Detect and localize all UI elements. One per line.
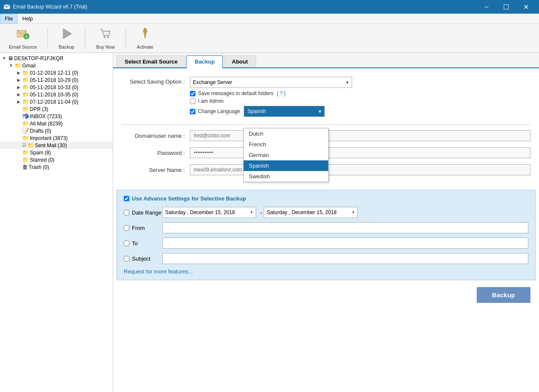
toggle-10: [15, 143, 22, 148]
buy-now-button[interactable]: Buy Now: [90, 25, 120, 52]
subject-checkbox[interactable]: [124, 256, 129, 261]
menu-help[interactable]: Help: [17, 14, 38, 23]
toggle-8: [15, 128, 22, 133]
language-select-wrapper: Dutch French German Spanish Swedish: [244, 106, 325, 117]
toolbar-sep-1: [47, 28, 48, 49]
language-row: Change Language Dutch French German Span…: [190, 106, 530, 117]
tree-folder-5[interactable]: 📁 DPR (3): [0, 105, 113, 113]
email-source-button[interactable]: + Email Source: [3, 25, 42, 52]
tab-backup[interactable]: Backup: [186, 55, 223, 68]
divider-1: [122, 125, 530, 125]
tree-folder-0[interactable]: ▶ 📁 01-12-2018 12-11 (0): [0, 69, 113, 76]
close-button[interactable]: ✕: [516, 0, 536, 14]
change-language-checkbox[interactable]: [190, 109, 195, 114]
toggle-11: [15, 150, 22, 155]
lang-option-dutch[interactable]: Dutch: [244, 128, 328, 139]
lang-option-spanish[interactable]: Spanish: [244, 160, 328, 171]
tree-toggle-root: ▼: [1, 56, 8, 61]
date-range-row: Date Range Saturday , December 15, 2018 …: [124, 207, 528, 218]
email-source-icon: +: [16, 27, 30, 44]
language-select[interactable]: Dutch French German Spanish Swedish: [244, 106, 325, 117]
minimize-button[interactable]: –: [477, 0, 496, 14]
request-link-row: Request for more features...: [124, 268, 528, 275]
folder-label-6: INBOX (7233): [30, 113, 62, 119]
tree-toggle-gmail: ▼: [8, 63, 15, 68]
tree-folder-1[interactable]: ▶ 📁 05-11-2018 10-29 (0): [0, 76, 113, 84]
trash-icon: 🗑: [22, 164, 28, 170]
saving-select-wrapper: Exchange Server Gmail Office 365 Outlook…: [190, 77, 352, 88]
tree-gmail[interactable]: ▼ 📁 Gmail: [0, 62, 113, 69]
maximize-button[interactable]: ☐: [496, 0, 516, 14]
from-checkbox[interactable]: [124, 225, 129, 231]
date-range-checkbox[interactable]: [124, 210, 129, 215]
tree-folder-13[interactable]: 🗑 Trash (0): [0, 163, 113, 171]
folder-icon-0: 📁: [22, 70, 29, 76]
tree-folder-6[interactable]: 📬 INBOX (7233): [0, 113, 113, 120]
svg-point-6: [107, 36, 109, 38]
tree-folder-3[interactable]: ▶ 📁 05-11-2018 10-35 (0): [0, 91, 113, 98]
folder-icon-9: 📁: [22, 135, 29, 141]
tree-folder-7[interactable]: 📁 All Mail (8239): [0, 120, 113, 127]
backup-toolbar-button[interactable]: Backup: [53, 25, 80, 52]
admin-checkbox[interactable]: [190, 99, 195, 104]
tab-select-email-source[interactable]: Select Email Source: [117, 55, 186, 67]
from-input[interactable]: [162, 222, 528, 233]
inbox-icon: 📬: [22, 113, 29, 119]
tree-folder-8[interactable]: 📝 Drafts (0): [0, 127, 113, 134]
password-input[interactable]: [190, 147, 530, 158]
tree-folder-4[interactable]: ▶ 📁 07-12-2018 11-04 (0): [0, 98, 113, 105]
tree-folder-9[interactable]: 📁 Important (3873): [0, 134, 113, 142]
tree-folder-12[interactable]: 📁 Starred (0): [0, 156, 113, 163]
tree-folder-10[interactable]: ☑ 📁 Sent Mail (30): [0, 142, 113, 149]
help-link[interactable]: [ ? ]: [277, 90, 286, 96]
buy-now-label: Buy Now: [96, 44, 115, 49]
domain-input[interactable]: [190, 130, 530, 141]
folder-icon-2: 📁: [22, 84, 29, 90]
saving-option-select[interactable]: Exchange Server Gmail Office 365 Outlook…: [190, 77, 352, 88]
change-language-label: Change Language: [198, 108, 240, 114]
password-label: Password :: [122, 150, 190, 156]
toggle-5: [15, 107, 22, 111]
admin-row: I am Admin: [190, 98, 530, 104]
lang-option-german[interactable]: German: [244, 150, 328, 160]
date-range-text: Date Range: [132, 209, 161, 216]
date-to-select[interactable]: Saturday , December 15, 2018: [264, 207, 358, 218]
folder-icon-12: 📁: [22, 157, 29, 163]
backup-icon: [60, 27, 73, 44]
subject-check-label: Subject: [124, 256, 162, 262]
request-features-link[interactable]: Request for more features...: [124, 268, 193, 275]
activate-icon: [138, 27, 152, 44]
save-messages-checkbox[interactable]: [190, 91, 195, 96]
language-dropdown-popup: Dutch French German Spanish Swedish: [243, 128, 329, 182]
date-from-wrapper: Saturday , December 15, 2018: [162, 207, 256, 218]
folder-icon-3: 📁: [22, 91, 29, 98]
to-input[interactable]: [162, 238, 528, 249]
menu-file[interactable]: File: [0, 14, 17, 23]
folder-label-4: 07-12-2018 11-04 (0): [30, 99, 78, 105]
server-input[interactable]: [190, 164, 530, 175]
advanced-checkbox[interactable]: [124, 196, 129, 201]
tab-about[interactable]: About: [224, 55, 256, 67]
toggle-0: ▶: [15, 70, 22, 75]
tree-folder-11[interactable]: 📁 Spam (8): [0, 149, 113, 156]
tree-root[interactable]: ▼ 🖥 DESKTOP-R1FJKQR: [0, 55, 113, 62]
drafts-icon: 📝: [22, 128, 29, 134]
subject-input[interactable]: [162, 253, 528, 264]
activate-button[interactable]: Activate: [131, 25, 159, 52]
svg-point-7: [144, 28, 146, 31]
date-to-wrapper: Saturday , December 15, 2018: [264, 207, 358, 218]
folder-label-0: 01-12-2018 12-11 (0): [30, 70, 78, 76]
admin-label: I am Admin: [198, 98, 224, 104]
lang-option-swedish[interactable]: Swedish: [244, 171, 328, 182]
form-area: Select Saving Option : Exchange Server G…: [113, 68, 539, 190]
tree-folder-2[interactable]: ▶ 📁 05-11-2018 10-33 (0): [0, 84, 113, 91]
date-from-select[interactable]: Saturday , December 15, 2018: [162, 207, 256, 218]
advanced-header-label: Use Advance Settings for Selective Backu…: [132, 195, 246, 202]
lang-option-french[interactable]: French: [244, 139, 328, 150]
to-checkbox[interactable]: [124, 241, 129, 246]
folder-icon-7: 📁: [22, 120, 29, 127]
backup-button[interactable]: Backup: [477, 287, 530, 303]
folder-label-13: Trash (0): [29, 164, 49, 170]
toolbar-sep-3: [125, 28, 126, 49]
main-layout: ▼ 🖥 DESKTOP-R1FJKQR ▼ 📁 Gmail ▶ 📁 01-12-…: [0, 53, 539, 392]
